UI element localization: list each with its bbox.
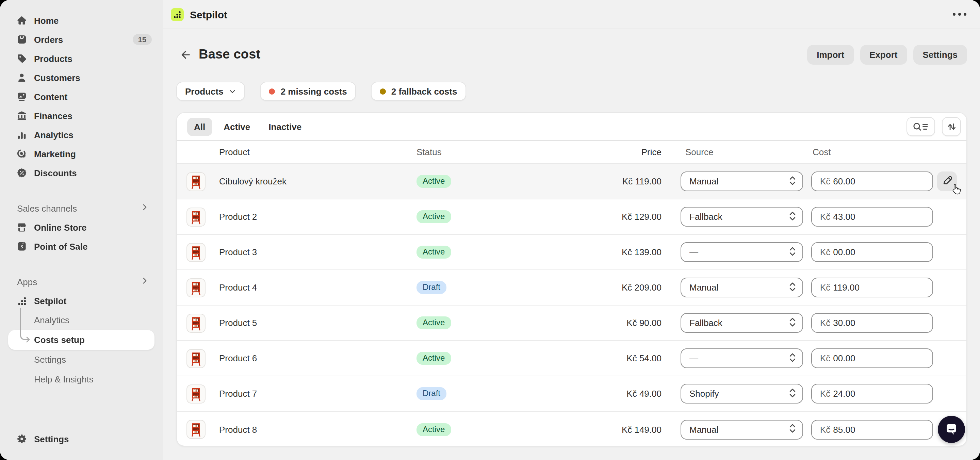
updown-chevron-icon — [789, 211, 796, 223]
table-row: Product 3ActiveKč 139.00—Kč00.00 — [177, 235, 966, 270]
product-name: Product 6 — [205, 353, 417, 363]
header-actions: Import Export Settings — [807, 45, 967, 64]
product-name: Product 2 — [205, 212, 417, 222]
products-filter-dropdown[interactable]: Products — [176, 82, 245, 101]
status-cell: Active — [417, 246, 553, 259]
updown-chevron-icon — [789, 246, 796, 258]
sidebar-item-content[interactable]: Content — [0, 87, 163, 106]
cost-input[interactable]: Kč00.00 — [811, 242, 933, 262]
cost-input[interactable]: Kč24.00 — [811, 384, 933, 404]
sidebar-item-home[interactable]: Home — [0, 11, 163, 30]
source-select[interactable]: Manual — [681, 278, 803, 298]
sidebar-item-settings[interactable]: Settings — [0, 350, 163, 369]
content-icon — [16, 91, 27, 102]
tab-inactive[interactable]: Inactive — [262, 118, 308, 136]
updown-chevron-icon — [789, 317, 796, 329]
status-badge: Active — [417, 175, 451, 188]
sidebar-item-help-insights[interactable]: Help & Insights — [0, 369, 163, 389]
source-select-value: Manual — [689, 282, 789, 293]
price-value: Kč 54.00 — [553, 353, 662, 363]
chevron-right-icon — [140, 203, 149, 214]
sidebar-item-label: Settings — [34, 434, 69, 444]
sidebar-item-setpilot-app[interactable]: Setpilot — [0, 291, 163, 310]
missing-costs-chip[interactable]: 2 missing costs — [260, 82, 356, 101]
cost-input[interactable]: Kč30.00 — [811, 313, 933, 333]
price-value: Kč 90.00 — [553, 318, 662, 328]
cost-input[interactable]: Kč00.00 — [811, 349, 933, 368]
tab-all[interactable]: All — [187, 118, 212, 136]
currency-prefix: Kč — [820, 247, 830, 257]
price-value: Kč 149.00 — [553, 424, 662, 435]
source-select[interactable]: Shopify — [681, 384, 803, 404]
sidebar-sales-channels-list: Online StoresPoint of Sale — [0, 218, 163, 256]
app-window: HomeOrders15ProductsCustomersContentFina… — [0, 0, 980, 460]
back-button[interactable] — [176, 46, 194, 63]
currency-prefix: Kč — [820, 388, 830, 399]
table-row: Product 6ActiveKč 54.00—Kč00.00 — [177, 341, 966, 376]
sidebar-item-label: Marketing — [34, 149, 76, 159]
products-icon — [16, 53, 27, 64]
intercom-chat-launcher[interactable] — [938, 416, 965, 443]
column-header-source: Source — [681, 147, 803, 157]
sidebar-item-customers[interactable]: Customers — [0, 68, 163, 87]
cost-input[interactable]: Kč60.00 — [811, 172, 933, 191]
product-name: Product 8 — [205, 424, 417, 435]
product-name: Product 7 — [205, 388, 417, 399]
cost-input[interactable]: Kč43.00 — [811, 207, 933, 227]
export-button[interactable]: Export — [860, 45, 907, 64]
status-badge: Active — [417, 246, 451, 259]
source-select-value: Manual — [689, 424, 789, 435]
product-thumbnail — [186, 207, 205, 226]
sidebar-item-label: Help & Insights — [34, 374, 94, 384]
sidebar-section-sales-channels[interactable]: Sales channels — [0, 199, 163, 218]
sidebar-item-label: Orders — [34, 34, 63, 45]
setpilot-icon — [16, 295, 27, 306]
cost-input[interactable]: Kč119.00 — [811, 278, 933, 298]
sidebar-item-finances[interactable]: Finances — [0, 106, 163, 125]
edit-cost-button[interactable] — [937, 172, 957, 191]
sidebar-item-point-of-sale[interactable]: sPoint of Sale — [0, 237, 163, 256]
sidebar-item-discounts[interactable]: Discounts — [0, 163, 163, 182]
import-button[interactable]: Import — [807, 45, 854, 64]
cost-input[interactable]: Kč85.00 — [811, 420, 933, 439]
sidebar-item-marketing[interactable]: Marketing — [0, 144, 163, 163]
sort-button[interactable] — [942, 117, 961, 136]
product-thumbnail — [186, 420, 205, 439]
sidebar-item-label: Content — [34, 92, 67, 102]
settings-button[interactable]: Settings — [913, 45, 967, 64]
overflow-menu-icon[interactable] — [953, 13, 966, 16]
sidebar-item-online-store[interactable]: Online Store — [0, 218, 163, 237]
sidebar-item-analytics[interactable]: Analytics — [0, 125, 163, 144]
currency-prefix: Kč — [820, 424, 830, 435]
source-select[interactable]: Manual — [681, 172, 803, 191]
source-select-value: Fallback — [689, 318, 789, 328]
source-select[interactable]: Fallback — [681, 207, 803, 227]
product-thumbnail — [186, 314, 205, 333]
product-thumbnail — [186, 243, 205, 262]
fallback-costs-chip[interactable]: 2 fallback costs — [371, 82, 466, 101]
sidebar-item-analytics[interactable]: Analytics — [0, 310, 163, 330]
sidebar-item-orders[interactable]: Orders15 — [0, 30, 163, 49]
sidebar-item-label: Settings — [34, 355, 66, 365]
sidebar-item-costs-setup[interactable]: Costs setup — [8, 330, 154, 350]
sidebar-item-products[interactable]: Products — [0, 49, 163, 68]
sidebar-item-label: Finances — [34, 111, 73, 121]
tab-active[interactable]: Active — [217, 118, 257, 136]
source-select[interactable]: — — [681, 242, 803, 262]
source-select[interactable]: Fallback — [681, 313, 803, 333]
source-select[interactable]: Manual — [681, 420, 803, 439]
column-header-status: Status — [417, 147, 553, 157]
source-select-value: — — [689, 353, 789, 363]
missing-costs-label: 2 missing costs — [281, 86, 347, 96]
chat-bubble-icon — [945, 423, 958, 436]
table-row: Product 8ActiveKč 149.00ManualKč85.00 — [177, 412, 966, 446]
source-select[interactable]: — — [681, 349, 803, 368]
table-row: Product 5ActiveKč 90.00FallbackKč30.00 — [177, 306, 966, 341]
status-badge: Draft — [417, 281, 447, 294]
finances-icon — [16, 110, 27, 121]
sidebar-section-apps[interactable]: Apps — [0, 272, 163, 291]
sidebar-item-settings[interactable]: Settings — [0, 430, 163, 449]
column-header-cost: Cost — [811, 147, 933, 157]
sidebar-item-label: Customers — [34, 72, 80, 83]
search-filter-button[interactable] — [907, 117, 935, 136]
